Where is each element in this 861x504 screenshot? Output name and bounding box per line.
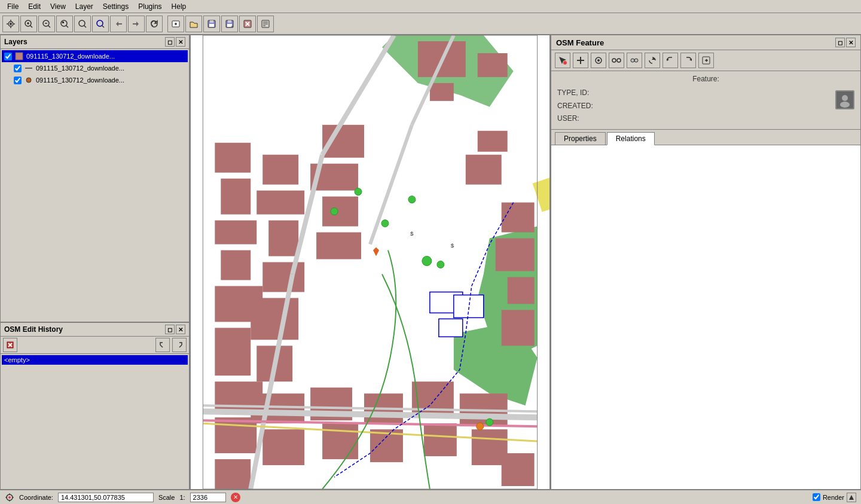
feature-select-btn[interactable] [555,53,570,68]
feature-float-btn[interactable]: ◻ [835,38,845,47]
layer-checkbox-1[interactable] [14,65,22,72]
zoom-back-tool[interactable] [110,16,127,32]
feature-title: OSM Feature [556,38,604,47]
history-panel: OSM Edit History ◻ ✕ <empty> [0,322,190,490]
svg-text:$: $ [410,230,414,237]
svg-point-112 [634,59,638,62]
feature-label: Feature: [557,75,854,83]
pan-tool[interactable] [2,16,19,32]
menu-layer[interactable]: Layer [71,1,98,12]
refresh-tool[interactable] [146,16,163,32]
left-panel: Layers ◻ ✕ 091115_130712_downloade... [0,35,190,490]
svg-rect-58 [262,262,304,292]
zoom-full-tool[interactable] [92,16,109,32]
feature-avatar [835,90,854,109]
tab-properties[interactable]: Properties [555,132,606,145]
svg-rect-51 [215,328,251,375]
save-btn[interactable] [203,16,220,32]
svg-point-109 [612,59,616,62]
feature-edit-node-btn[interactable] [591,53,606,68]
zoom-layer-tool[interactable] [74,16,91,32]
svg-line-2 [30,25,33,28]
layer-item-2[interactable]: 091115_130712_downloade... [2,74,188,86]
feature-info: Feature: TYPE, ID: CREATED: USER: [551,71,860,130]
user-label: USER: [557,114,579,123]
feature-add-btn[interactable] [573,53,588,68]
history-close-btn[interactable]: ✕ [176,325,185,334]
layers-close-btn[interactable]: ✕ [176,37,185,47]
layers-float-btn[interactable]: ◻ [165,37,175,47]
layer-checkbox-2[interactable] [14,77,22,84]
menu-help[interactable]: Help [167,1,191,12]
history-clear-btn[interactable] [3,338,17,352]
layer-item-1[interactable]: 091115_130712_downloade... [2,62,188,74]
menu-settings[interactable]: Settings [98,1,133,12]
feature-close-btn[interactable]: ✕ [846,38,856,47]
properties-btn[interactable] [257,16,274,32]
open-layer-btn[interactable] [185,16,202,32]
menu-edit[interactable]: Edit [23,1,45,12]
render-settings-btn[interactable] [847,493,856,502]
svg-point-100 [486,419,493,426]
menu-view[interactable]: View [45,1,71,12]
tab-relations[interactable]: Relations [607,132,655,145]
svg-rect-10 [62,22,64,23]
svg-rect-44 [430,83,454,101]
map-area[interactable]: $ $ [190,35,550,490]
svg-rect-32 [16,53,23,60]
svg-rect-22 [228,20,231,23]
svg-point-0 [10,23,12,25]
feature-user: USER: [557,112,854,126]
svg-line-12 [84,25,87,28]
feature-export-btn[interactable] [698,53,714,68]
feature-undo-btn[interactable] [662,53,678,68]
menu-file[interactable]: File [2,1,23,12]
svg-point-98 [422,256,432,266]
svg-rect-65 [322,197,358,227]
zoom-in-tool[interactable] [20,16,37,32]
toolbar: + [0,13,861,35]
svg-point-34 [26,78,31,83]
scale-input[interactable] [190,493,226,502]
layer-name-0: 091115_130712_downloade... [26,53,115,60]
svg-rect-48 [215,221,257,245]
layer-item-0[interactable]: 091115_130712_downloade... [2,50,188,62]
menu-plugins[interactable]: Plugins [133,1,166,12]
render-checkbox[interactable] [813,493,820,501]
cancel-zoom-btn[interactable]: ✕ [231,493,240,502]
feature-panel-header: OSM Feature ◻ ✕ [551,35,860,50]
type-id-label: TYPE, ID: [557,88,589,97]
svg-rect-62 [262,429,304,465]
created-label: CREATED: [557,102,593,110]
close-btn[interactable] [239,16,256,32]
feature-split-btn[interactable] [609,53,624,68]
feature-reverse-btn[interactable] [645,53,660,68]
tab-content-relations [551,145,860,489]
zoom-select-tool[interactable] [56,16,73,32]
svg-rect-67 [502,203,535,233]
coordinate-icon [5,493,14,502]
coordinate-input[interactable] [58,493,154,502]
svg-rect-56 [257,191,304,215]
svg-point-94 [355,188,362,196]
svg-text:$: $ [451,242,454,249]
save-as-btn[interactable]: + [221,16,238,32]
coordinate-label: Coordinate: [19,494,53,501]
zoom-out-tool[interactable] [38,16,55,32]
new-layer-btn[interactable] [167,16,184,32]
history-float-btn[interactable]: ◻ [165,325,175,334]
render-control: Render [813,493,856,502]
tabs-bar: Properties Relations [551,130,860,145]
feature-combine-btn[interactable] [627,53,642,68]
svg-point-99 [437,261,444,268]
svg-rect-83 [439,319,463,337]
history-empty-item[interactable]: <empty> [2,355,188,365]
history-redo-btn[interactable] [172,338,187,352]
svg-rect-57 [268,221,298,256]
history-undo-btn[interactable] [155,338,170,352]
menu-bar: File Edit View Layer Settings Plugins He… [0,0,861,13]
layer-checkbox-0[interactable] [4,53,12,60]
zoom-forward-tool[interactable] [128,16,145,32]
svg-point-108 [597,59,600,62]
feature-redo-btn[interactable] [680,53,696,68]
